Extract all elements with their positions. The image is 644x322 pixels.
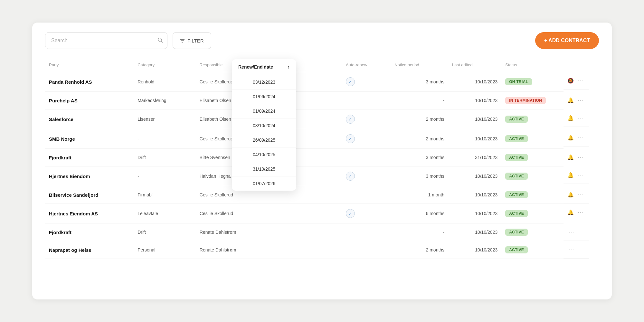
cell-edited: 10/10/2023: [448, 204, 501, 223]
more-options-button[interactable]: ···: [576, 115, 585, 121]
cell-actions: 🔔···: [564, 109, 589, 127]
cell-party: Hjertnes Eiendom: [45, 166, 134, 186]
bell-icon[interactable]: 🔔: [567, 135, 574, 141]
filter-label: FILTER: [187, 38, 204, 43]
cell-actions: 🔔···: [564, 204, 589, 221]
more-options-button[interactable]: ···: [576, 191, 585, 198]
table-wrapper: Party Category Responsible Auto-renew No…: [45, 59, 599, 259]
more-options-button[interactable]: ···: [576, 134, 585, 141]
cell-actions: 🔔···: [564, 186, 589, 204]
cell-category: -: [134, 166, 196, 186]
cell-autorenew: [342, 149, 391, 166]
cell-status: ON TRIAL: [501, 72, 564, 92]
autorenew-check: ✓: [346, 77, 355, 86]
autorenew-check: ✓: [346, 172, 355, 181]
cell-category: Leieavtale: [134, 204, 196, 223]
dropdown-item-2[interactable]: 01/06/2024: [232, 90, 296, 104]
col-header-edited: Last edited: [448, 59, 501, 72]
table-row[interactable]: FjordkraftDriftRenate Dahlstrøm-10/10/20…: [45, 223, 599, 241]
dropdown-item-1[interactable]: 03/12/2023: [232, 75, 296, 90]
status-badge: ACTIVE: [505, 229, 528, 236]
dropdown-item-8[interactable]: 01/07/2026: [232, 176, 296, 191]
bell-icon[interactable]: 🔔: [567, 192, 574, 198]
cell-autorenew: ✓: [342, 204, 391, 223]
cell-edited: 10/10/2023: [448, 129, 501, 149]
col-header-actions: [564, 59, 599, 72]
table-row[interactable]: SMB Norge-Cesilie Skollerud✓2 months10/1…: [45, 129, 599, 149]
toolbar: FILTER + ADD CONTRACT: [45, 32, 599, 49]
cell-party: Fjordkraft: [45, 149, 134, 166]
dropdown-item-5[interactable]: 26/09/2025: [232, 133, 296, 147]
table-row[interactable]: Naprapat og HelsePersonalRenate Dahlstrø…: [45, 241, 599, 259]
table-row[interactable]: Hjertnes Eiendom ASLeieavtaleCesilie Sko…: [45, 204, 599, 223]
cell-status: ACTIVE: [501, 166, 564, 186]
cell-party: Naprapat og Helse: [45, 241, 134, 259]
dropdown-title: Renew/End date: [238, 64, 273, 70]
cell-actions: ···: [564, 223, 589, 241]
col-header-notice: Notice period: [391, 59, 448, 72]
cell-notice: 3 months: [391, 72, 448, 92]
more-options-button[interactable]: ···: [576, 172, 585, 178]
col-header-status: Status: [501, 59, 564, 72]
status-badge: ACTIVE: [505, 135, 528, 142]
cell-date: [275, 223, 342, 241]
cell-edited: 10/10/2023: [448, 72, 501, 92]
dropdown-item-3[interactable]: 01/09/2024: [232, 104, 296, 118]
table-row[interactable]: Bilservice SandefjordFirmabilCesilie Sko…: [45, 186, 599, 204]
bell-icon[interactable]: 🔔: [567, 115, 574, 121]
cell-autorenew: ✓: [342, 109, 391, 129]
cell-autorenew: ✓: [342, 72, 391, 92]
cell-status: ACTIVE: [501, 204, 564, 223]
cell-category: Lisenser: [134, 109, 196, 129]
cell-party: Panda Renhold AS: [45, 72, 134, 92]
table-row[interactable]: SalesforceLisenserElisabeth Olsen✓2 mont…: [45, 109, 599, 129]
table-header-row: Party Category Responsible Auto-renew No…: [45, 59, 599, 72]
col-header-category: Category: [134, 59, 196, 72]
search-wrapper: [45, 32, 167, 49]
bell-icon[interactable]: 🔔: [567, 154, 574, 160]
more-options-button[interactable]: ···: [576, 97, 585, 104]
status-badge: ON TRIAL: [505, 78, 532, 85]
bell-icon[interactable]: 🔔: [567, 209, 574, 215]
status-badge: ACTIVE: [505, 210, 528, 217]
search-input[interactable]: [45, 32, 167, 49]
more-options-button[interactable]: ···: [576, 154, 585, 161]
col-header-autorenew: Auto-renew: [342, 59, 391, 72]
status-badge: ACTIVE: [505, 116, 528, 123]
cell-category: -: [134, 129, 196, 149]
table-row[interactable]: FjordkraftDriftBirte Svennsen3 months31/…: [45, 149, 599, 166]
cell-autorenew: ✓: [342, 166, 391, 186]
more-options-button[interactable]: ···: [576, 77, 585, 84]
autorenew-check: ✓: [346, 115, 355, 124]
status-badge: ACTIVE: [505, 246, 528, 253]
bell-icon[interactable]: 🔔: [567, 172, 574, 178]
table-row[interactable]: Panda Renhold ASRenholdCesilie Skollerud…: [45, 72, 599, 92]
sort-arrow-icon: ↑: [288, 64, 290, 70]
table-row[interactable]: Hjertnes Eiendom-Halvdan Hegna✓3 months1…: [45, 166, 599, 186]
filter-button[interactable]: FILTER: [173, 32, 211, 49]
bell-icon[interactable]: 🔔: [567, 97, 574, 103]
cell-party: SMB Norge: [45, 129, 134, 149]
cell-status: ACTIVE: [501, 241, 564, 259]
dropdown-header[interactable]: Renew/End date ↑: [232, 59, 296, 75]
cell-actions: ···: [564, 241, 589, 259]
dropdown-item-4[interactable]: 03/10/2024: [232, 118, 296, 133]
status-badge: ACTIVE: [505, 173, 528, 180]
cell-category: Firmabil: [134, 186, 196, 204]
cell-category: Drift: [134, 149, 196, 166]
date-dropdown: Renew/End date ↑ 03/12/2023 01/06/2024 0…: [232, 59, 296, 191]
dropdown-item-7[interactable]: 31/10/2025: [232, 162, 296, 176]
more-options-button[interactable]: ···: [567, 229, 576, 235]
cell-responsible: Cesilie Skollerud: [196, 204, 276, 223]
status-badge: ACTIVE: [505, 154, 528, 161]
status-badge: ACTIVE: [505, 191, 528, 198]
cell-status: ACTIVE: [501, 109, 564, 129]
dropdown-item-6[interactable]: 04/10/2025: [232, 147, 296, 162]
bell-muted-icon[interactable]: 🔕: [567, 78, 574, 84]
cell-date: [275, 241, 342, 259]
table-row[interactable]: Purehelp ASMarkedsføringElisabeth Olsen-…: [45, 92, 599, 109]
more-options-button[interactable]: ···: [576, 209, 585, 216]
cell-edited: 10/10/2023: [448, 186, 501, 204]
more-options-button[interactable]: ···: [567, 246, 576, 253]
add-contract-button[interactable]: + ADD CONTRACT: [535, 32, 599, 49]
